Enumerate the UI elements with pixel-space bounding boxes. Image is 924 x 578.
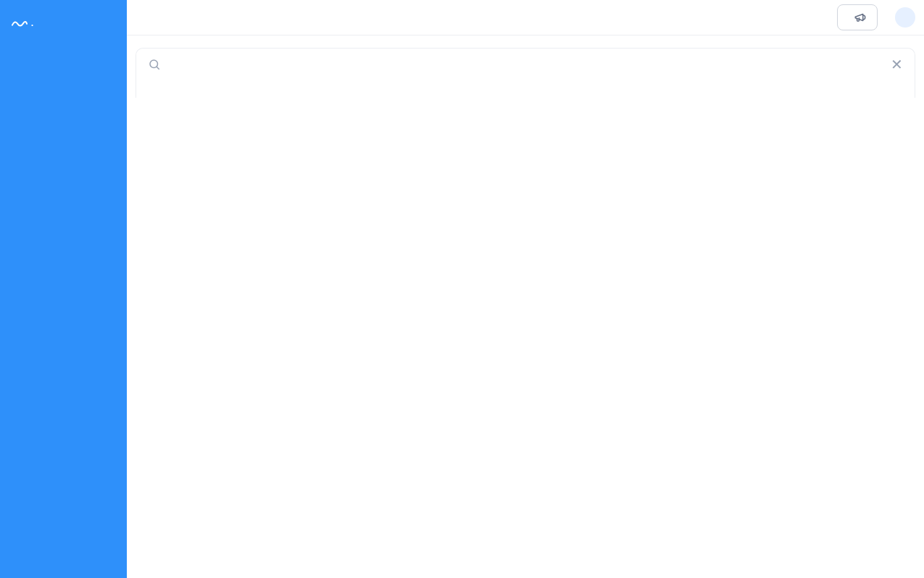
clear-search-icon[interactable]: ✕ xyxy=(891,57,903,72)
logo-wave-icon xyxy=(12,17,28,28)
search-icon xyxy=(148,58,161,71)
main: ✕ xyxy=(127,0,924,578)
topbar xyxy=(127,0,924,35)
content-area: ✕ xyxy=(127,35,924,578)
brand-logo[interactable]: . xyxy=(0,9,127,43)
sidebar: . xyxy=(0,0,127,578)
avatar[interactable] xyxy=(895,7,915,28)
request-feature-button[interactable] xyxy=(837,4,878,30)
frameworks-grid xyxy=(136,80,915,98)
megaphone-icon xyxy=(854,11,867,24)
svg-point-0 xyxy=(150,60,158,68)
search-input[interactable] xyxy=(170,59,882,71)
search-container: ✕ xyxy=(136,48,915,98)
